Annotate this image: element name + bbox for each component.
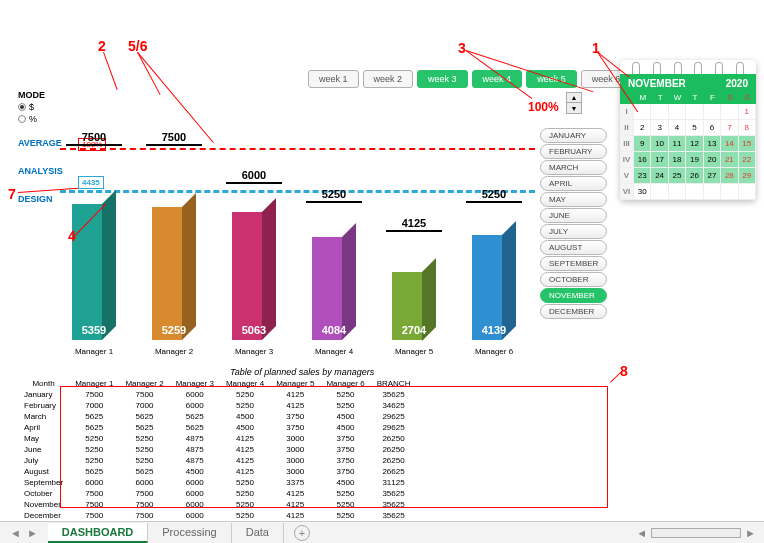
sheet-tab[interactable]: Data [232, 523, 284, 543]
calendar-binding [620, 60, 756, 74]
month-button[interactable]: MARCH [540, 160, 607, 175]
scroll-right-icon[interactable]: ► [745, 527, 756, 539]
calendar: NOVEMBER 2020 MTWTFSS I1II2345678III9101… [620, 60, 756, 200]
sheet-nav-prev-icon[interactable]: ◄ [10, 527, 21, 539]
anno-1: 1 [592, 40, 600, 56]
spinner-up-icon[interactable]: ▲ [567, 93, 581, 103]
calendar-day [686, 184, 703, 200]
calendar-day[interactable]: 10 [651, 136, 668, 152]
spinner-down-icon[interactable]: ▼ [567, 103, 581, 113]
calendar-day[interactable]: 15 [739, 136, 756, 152]
month-button[interactable]: FEBRUARY [540, 144, 607, 159]
calendar-day[interactable]: 29 [739, 168, 756, 184]
calendar-day[interactable]: 8 [739, 120, 756, 136]
calendar-day[interactable]: 12 [686, 136, 703, 152]
calendar-day[interactable]: 24 [651, 168, 668, 184]
anno-3: 3 [458, 40, 466, 56]
calendar-day[interactable]: 17 [651, 152, 668, 168]
bar-chart: 5359Manager 175005259Manager 275005063Ma… [60, 80, 535, 360]
anno-5-6: 5/6 [128, 38, 147, 54]
horizontal-scrollbar[interactable] [651, 528, 741, 538]
plan-label-3: 6000 [226, 169, 282, 184]
calendar-day[interactable]: 5 [686, 120, 703, 136]
plan-label-1: 7500 [66, 131, 122, 146]
week-tab[interactable]: week 1 [308, 70, 359, 88]
spinner[interactable]: ▲ ▼ [566, 92, 582, 114]
calendar-day[interactable]: 7 [721, 120, 738, 136]
label-design[interactable]: DESIGN [18, 194, 63, 204]
calendar-day[interactable]: 21 [721, 152, 738, 168]
sheet-tab[interactable]: DASHBOARD [48, 523, 149, 543]
calendar-day[interactable]: 3 [651, 120, 668, 136]
month-button[interactable]: JULY [540, 224, 607, 239]
month-button[interactable]: SEPTEMBER [540, 256, 607, 271]
month-button[interactable]: OCTOBER [540, 272, 607, 287]
calendar-day [651, 104, 668, 120]
week-tab[interactable]: week 4 [472, 70, 523, 88]
calendar-day[interactable]: 14 [721, 136, 738, 152]
calendar-day [704, 104, 721, 120]
plan-label-4: 5250 [306, 188, 362, 203]
month-button[interactable]: JANUARY [540, 128, 607, 143]
mode-dollar[interactable]: $ [18, 102, 45, 112]
anno-8: 8 [620, 363, 628, 379]
table-highlight-box [60, 386, 608, 508]
reference-line-red [60, 148, 535, 150]
calendar-day [721, 184, 738, 200]
calendar-day[interactable]: 9 [634, 136, 651, 152]
calendar-day [686, 104, 703, 120]
calendar-day [721, 104, 738, 120]
week-tab[interactable]: week 2 [363, 70, 414, 88]
month-list: JANUARYFEBRUARYMARCHAPRILMAYJUNEJULYAUGU… [540, 128, 607, 319]
calendar-day[interactable]: 19 [686, 152, 703, 168]
calendar-day[interactable]: 25 [669, 168, 686, 184]
plan-label-5: 4125 [386, 217, 442, 232]
table-title: Table of planned sales by managers [230, 367, 374, 377]
calendar-day[interactable]: 23 [634, 168, 651, 184]
month-button[interactable]: AUGUST [540, 240, 607, 255]
week-tab[interactable]: week 3 [417, 70, 468, 88]
sheet-tab-bar: ◄ ► DASHBOARDProcessingData + ◄ ► [0, 521, 764, 543]
pct-100-label: 100% [528, 100, 559, 114]
calendar-day[interactable]: 6 [704, 120, 721, 136]
calendar-day[interactable]: 4 [669, 120, 686, 136]
scroll-left-icon[interactable]: ◄ [636, 527, 647, 539]
sheet-nav-next-icon[interactable]: ► [27, 527, 38, 539]
calendar-day [669, 184, 686, 200]
month-button[interactable]: MAY [540, 192, 607, 207]
label-analysis[interactable]: ANALYSIS [18, 166, 63, 176]
calendar-day[interactable]: 16 [634, 152, 651, 168]
calendar-day [739, 184, 756, 200]
plan-label-6: 5250 [466, 188, 522, 203]
calendar-day[interactable]: 30 [634, 184, 651, 200]
mode-title: MODE [18, 90, 45, 100]
calendar-day[interactable]: 27 [704, 168, 721, 184]
month-button[interactable]: DECEMBER [540, 304, 607, 319]
calendar-year: 2020 [726, 78, 748, 89]
week-tab[interactable]: week 5 [526, 70, 577, 88]
table-row: December75007500600052504125525035625 [18, 510, 416, 521]
add-sheet-button[interactable]: + [294, 525, 310, 541]
sheet-tab[interactable]: Processing [148, 523, 231, 543]
calendar-day[interactable]: 2 [634, 120, 651, 136]
calendar-day[interactable]: 28 [721, 168, 738, 184]
calendar-month: NOVEMBER [628, 78, 686, 89]
calendar-day [634, 104, 651, 120]
mode-panel: MODE $ % [18, 90, 45, 124]
calendar-day [704, 184, 721, 200]
side-labels: AVERAGE ANALYSIS DESIGN [18, 138, 63, 222]
month-button[interactable]: APRIL [540, 176, 607, 191]
calendar-day[interactable]: 22 [739, 152, 756, 168]
calendar-day[interactable]: 1 [739, 104, 756, 120]
calendar-day[interactable]: 11 [669, 136, 686, 152]
reference-line-blue [60, 190, 535, 193]
calendar-day[interactable]: 20 [704, 152, 721, 168]
calendar-day[interactable]: 26 [686, 168, 703, 184]
calendar-day[interactable]: 18 [669, 152, 686, 168]
label-average[interactable]: AVERAGE [18, 138, 63, 148]
month-button[interactable]: JUNE [540, 208, 607, 223]
plan-label-2: 7500 [146, 131, 202, 146]
mode-percent[interactable]: % [18, 114, 45, 124]
calendar-day[interactable]: 13 [704, 136, 721, 152]
month-button[interactable]: NOVEMBER [540, 288, 607, 303]
